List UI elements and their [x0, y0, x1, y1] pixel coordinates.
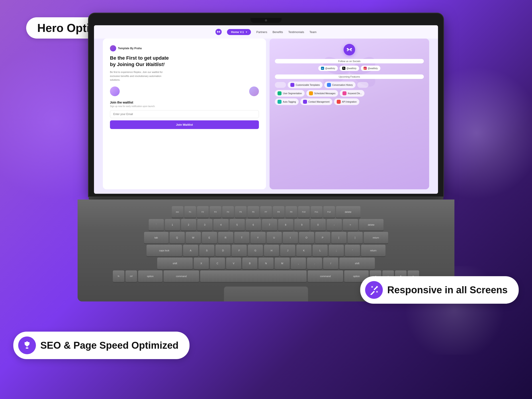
laptop-wrapper: Home V.1 ▾ Partners Benefits Testimonial…: [78, 13, 454, 301]
key-d[interactable]: D: [215, 245, 231, 256]
key-u[interactable]: U: [267, 232, 282, 243]
key-semicolon[interactable]: ;: [329, 245, 344, 256]
key-p[interactable]: P: [315, 232, 330, 243]
key-caps[interactable]: caps lock: [146, 245, 182, 256]
hero-left-panel: Template By Praha Be the First to get up…: [103, 38, 266, 189]
key-w[interactable]: W: [186, 232, 201, 243]
key-backtick[interactable]: `: [149, 219, 164, 231]
social-pill-linkedin[interactable]: in @waitlisty: [318, 66, 338, 71]
key-shift-left[interactable]: shift: [157, 258, 193, 269]
nav-item-testimonials[interactable]: Testimonials: [288, 30, 304, 34]
key-j[interactable]: J: [280, 245, 295, 256]
join-waitlist-button[interactable]: Join Waitlist: [110, 120, 259, 129]
key-y[interactable]: Y: [250, 232, 266, 243]
key-x[interactable]: X: [194, 258, 209, 269]
key-command-left[interactable]: command: [164, 270, 199, 282]
key-a[interactable]: A: [183, 245, 198, 256]
social-pill-instagram[interactable]: ◎ @waitlisty: [361, 66, 380, 71]
key-7[interactable]: 7: [262, 219, 277, 231]
key-9[interactable]: 9: [294, 219, 310, 231]
nav-home-btn[interactable]: Home V.1 ▾: [227, 29, 251, 35]
key-minus[interactable]: -: [327, 219, 342, 231]
email-input[interactable]: [110, 110, 259, 118]
instagram-icon: ◎: [364, 67, 367, 70]
key-3[interactable]: 3: [197, 219, 212, 231]
key-backspace[interactable]: delete: [359, 219, 383, 231]
key-f3[interactable]: F3: [210, 206, 221, 218]
key-0[interactable]: 0: [310, 219, 326, 231]
key-esc[interactable]: esc: [172, 206, 183, 218]
key-fn-key[interactable]: fn: [113, 270, 124, 282]
key-row-zxcv: shift X C V B N M , . / shift: [104, 258, 428, 269]
key-f6[interactable]: F6: [248, 206, 259, 218]
key-f1[interactable]: F1: [184, 206, 196, 218]
key-k[interactable]: K: [296, 245, 311, 256]
key-f9[interactable]: F9: [285, 206, 297, 218]
key-shift-right[interactable]: shift: [339, 258, 375, 269]
social-label: Follow us on Socials: [275, 59, 424, 63]
key-option-left[interactable]: option: [138, 270, 163, 282]
nav-item-team[interactable]: Team: [310, 30, 317, 34]
key-v[interactable]: V: [226, 258, 241, 269]
key-i[interactable]: I: [283, 232, 298, 243]
social-pill-twitter[interactable]: 𝕏 @waitlisty: [340, 66, 359, 71]
key-delete[interactable]: delete: [336, 206, 361, 218]
key-4[interactable]: 4: [214, 219, 228, 231]
key-5[interactable]: 5: [230, 219, 245, 231]
hero-title: Be the First to get update by Joining Ou…: [110, 55, 259, 68]
customizable-templates-icon: [290, 83, 294, 87]
social-section: Follow us on Socials in @waitlisty 𝕏 @wa…: [275, 59, 424, 71]
features-row-1: Customizable Templates Conversation Hist…: [275, 82, 424, 88]
key-n[interactable]: N: [259, 258, 273, 269]
hero-right-panel: Follow us on Socials in @waitlisty 𝕏 @wa…: [270, 38, 429, 189]
key-f10[interactable]: F10: [298, 206, 310, 218]
key-lbracket[interactable]: [: [331, 232, 347, 243]
key-l[interactable]: L: [313, 245, 328, 256]
feature-chip-customizable: Customizable Templates: [288, 82, 323, 88]
key-tab[interactable]: tab: [144, 232, 168, 243]
key-6[interactable]: 6: [246, 219, 261, 231]
key-command-right[interactable]: command: [308, 270, 343, 282]
key-rbracket[interactable]: ]: [348, 232, 363, 243]
key-period[interactable]: .: [307, 258, 322, 269]
key-h[interactable]: H: [264, 245, 279, 256]
key-equals[interactable]: =: [343, 219, 358, 231]
key-f7[interactable]: F7: [260, 206, 272, 218]
key-b[interactable]: B: [242, 258, 257, 269]
key-return-1[interactable]: return: [364, 232, 388, 243]
key-m[interactable]: M: [275, 258, 290, 269]
key-f4[interactable]: F4: [222, 206, 234, 218]
nav-item-partners[interactable]: Partners: [256, 30, 267, 34]
key-r[interactable]: R: [218, 232, 233, 243]
key-slash[interactable]: /: [323, 258, 338, 269]
touchpad[interactable]: [224, 286, 308, 301]
features-section: Upcoming Features Customizable Templates: [275, 75, 424, 105]
feature-chip-contact: Contact Management: [300, 98, 332, 105]
key-2[interactable]: 2: [181, 219, 196, 231]
key-o[interactable]: O: [299, 232, 314, 243]
responsive-badge-text: Responsive in all Screens: [387, 284, 508, 296]
key-f[interactable]: F: [232, 245, 247, 256]
key-8[interactable]: 8: [278, 219, 293, 231]
key-f8[interactable]: F8: [273, 206, 284, 218]
key-t[interactable]: T: [234, 232, 249, 243]
key-f11[interactable]: F11: [311, 206, 322, 218]
key-q[interactable]: Q: [170, 232, 185, 243]
key-ctrl[interactable]: ctrl: [126, 270, 137, 282]
key-space[interactable]: [200, 270, 307, 282]
key-s[interactable]: S: [199, 245, 214, 256]
key-f2[interactable]: F2: [197, 206, 209, 218]
nav-item-benefits[interactable]: Benefits: [272, 30, 283, 34]
hero-avatar-2: [249, 86, 259, 96]
key-1[interactable]: 1: [165, 219, 180, 231]
key-c[interactable]: C: [210, 258, 225, 269]
camera-dot: [265, 19, 267, 21]
key-f12[interactable]: F12: [323, 206, 335, 218]
key-quote[interactable]: ': [345, 245, 360, 256]
key-return-2[interactable]: return: [361, 245, 386, 256]
key-comma[interactable]: ,: [291, 258, 306, 269]
faded-pill-1: [275, 82, 286, 88]
key-f5[interactable]: F5: [235, 206, 247, 218]
key-g[interactable]: G: [248, 245, 263, 256]
key-e[interactable]: E: [202, 232, 217, 243]
